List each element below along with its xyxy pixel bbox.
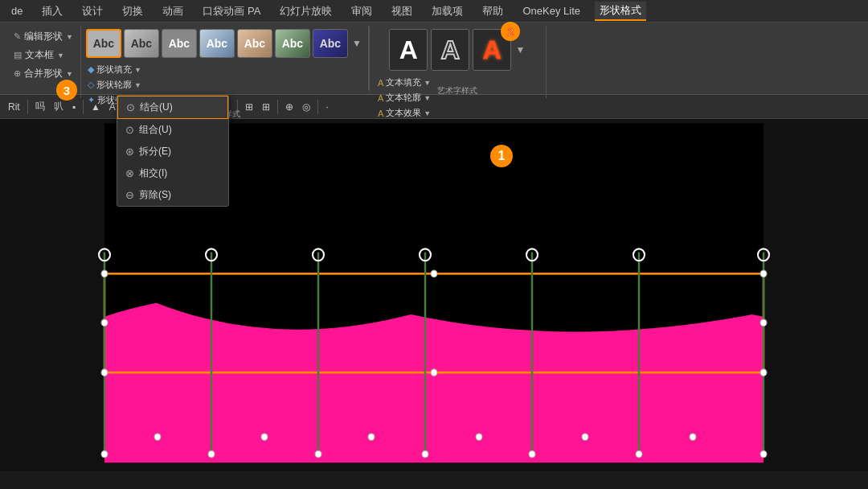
svg-point-18 [101,270,108,277]
toolbar-rit[interactable]: Rit [5,100,23,114]
menu-item-animation[interactable]: 动画 [158,2,188,20]
toolbar-btn-3[interactable]: ▪ [69,100,79,114]
edit-shape-dropdown-icon: ▼ [66,33,73,41]
badge-3: 3 [56,80,77,101]
shape-style-btn-6[interactable]: Abc [313,29,348,58]
subtract-label: 剪除(S) [139,188,171,202]
intersect-label: 相交(I) [139,166,167,180]
shape-style-btn-5[interactable]: Abc [275,29,310,58]
svg-point-22 [760,319,767,327]
shape-outline-btn[interactable]: ◇ 形状轮廓 ▼ [86,78,143,92]
art-more-btn[interactable]: ▼ [514,35,526,64]
menu-item-help[interactable]: 帮助 [477,2,508,20]
art-plain-label: A [399,35,418,65]
shape-fill-btn[interactable]: ◆ 形状填充 ▼ [86,63,143,76]
svg-point-26 [154,434,161,441]
shape-outline-label: 形状轮廓 [96,79,132,91]
left-ribbon-section: ✎ 编辑形状 ▼ ▤ 文本框 ▼ ⊕ 合并形状 ▼ 3 [6,26,81,98]
text-box-icon: ▤ [14,50,22,60]
svg-point-23 [101,369,108,376]
menu-item-slideshow[interactable]: 幻灯片放映 [275,2,337,20]
text-effect-icon: A [378,109,383,118]
art-text-section: A A A 2 ▼ A 文本填充 ▼ A 文本轮廓 ▼ A [370,26,547,98]
group-icon: ⊙ [125,124,134,136]
shape-styles-section: Abc Abc Abc Abc Abc Abc Abc ▼ ◆ 形状填充 ▼ ◇… [81,26,369,90]
menu-item-addons[interactable]: 加载项 [427,2,468,20]
dropdown-item-intersect[interactable]: ⊗ 相交(I) [117,162,228,184]
art-styles-label: 艺术字样式 [370,85,546,98]
dropdown-item-subtract[interactable]: ⊖ 剪除(S) [117,184,228,206]
svg-point-21 [101,319,108,327]
shape-fill-label: 形状填充 [96,64,132,76]
shape-style-btn-4[interactable]: Abc [237,29,272,58]
toolbar-btn-1[interactable]: 吗 [32,98,48,115]
dropdown-item-combine[interactable]: ⊙ 结合(U) [117,96,228,119]
menu-item-pocketanim[interactable]: 口袋动画 PA [198,2,265,20]
svg-point-30 [582,434,588,441]
menu-item-insert[interactable]: 插入 [37,2,68,20]
text-box-btn[interactable]: ▤ 文本框 ▼ [11,47,76,63]
merge-shape-btn[interactable]: ⊕ 合并形状 ▼ [11,66,76,81]
toolbar-btn-2[interactable]: 叭 [51,98,67,115]
svg-point-19 [431,270,437,277]
shape-style-btn-0[interactable]: Abc [86,29,121,58]
art-btn-colored[interactable]: A 2 [473,29,511,71]
shape-fill-icon: ◆ [88,64,94,75]
menu-item-de[interactable]: de [6,3,27,18]
merge-shape-label: 合并形状 [24,67,63,80]
ribbon-content: ✎ 编辑形状 ▼ ▤ 文本框 ▼ ⊕ 合并形状 ▼ 3 Abc Abc Abc … [0,23,868,95]
edit-shape-icon: ✎ [14,31,21,42]
dropdown-item-group[interactable]: ⊙ 组合(U) [117,119,228,141]
menu-item-shape-format[interactable]: 形状格式 [595,2,646,21]
art-btn-plain[interactable]: A [389,29,428,71]
menu-item-onekey[interactable]: OneKey Lite [518,3,585,18]
svg-point-31 [690,434,696,441]
shape-style-btn-3[interactable]: Abc [199,29,235,58]
menu-item-review[interactable]: 审阅 [346,2,377,20]
svg-point-28 [368,434,375,441]
text-box-dropdown-icon: ▼ [57,51,64,60]
art-buttons-row: A A A 2 ▼ [389,29,526,71]
shape-styles-more-btn[interactable]: ▼ [350,29,363,58]
menu-item-design[interactable]: 设计 [77,2,108,20]
svg-point-38 [760,450,767,458]
text-effect-label: 文本效果 [386,107,421,119]
combine-icon: ⊙ [126,101,135,113]
intersect-icon: ⊗ [125,167,134,179]
svg-point-32 [101,450,108,458]
svg-point-37 [636,450,642,458]
merge-shape-icon: ⊕ [14,68,21,79]
shape-style-btn-1[interactable]: Abc [124,29,159,58]
shape-effect-icon: ✦ [88,95,95,105]
text-box-label: 文本框 [25,48,54,62]
shape-styles-row: Abc Abc Abc Abc Abc Abc Abc ▼ [86,29,363,58]
toolbar-sep-1 [27,100,28,114]
merge-shape-dropdown: ⊙ 结合(U) ⊙ 组合(U) ⊛ 拆分(E) ⊗ 相交(I) ⊖ 剪除(S) [117,95,229,207]
toolbar-sep-2 [83,100,84,114]
shape-style-btn-2[interactable]: Abc [162,29,197,58]
text-effect-btn[interactable]: A 文本效果 ▼ [376,106,432,120]
svg-point-34 [315,450,321,458]
svg-point-24 [431,369,437,376]
svg-point-35 [422,450,428,458]
shape-outline-icon: ◇ [88,80,94,90]
split-icon: ⊛ [125,146,134,158]
svg-point-29 [476,434,482,441]
svg-point-36 [529,450,535,458]
art-btn-outline[interactable]: A [431,29,469,71]
subtract-icon: ⊖ [125,189,134,201]
svg-point-20 [760,270,767,277]
menu-item-view[interactable]: 视图 [387,2,417,20]
menu-bar: de 插入 设计 切换 动画 口袋动画 PA 幻灯片放映 审阅 视图 加载项 帮… [0,0,868,23]
svg-point-25 [760,369,767,376]
split-label: 拆分(E) [139,145,171,158]
group-label: 组合(U) [139,123,172,137]
dropdown-item-split[interactable]: ⊛ 拆分(E) [117,141,228,162]
svg-rect-2 [104,253,764,272]
merge-shape-dropdown-icon: ▼ [66,70,73,78]
edit-shape-label: 编辑形状 [24,30,63,43]
edit-shape-btn[interactable]: ✎ 编辑形状 ▼ [11,29,76,44]
combine-label: 结合(U) [140,101,173,114]
svg-point-27 [261,434,268,441]
menu-item-switch[interactable]: 切换 [117,2,148,20]
